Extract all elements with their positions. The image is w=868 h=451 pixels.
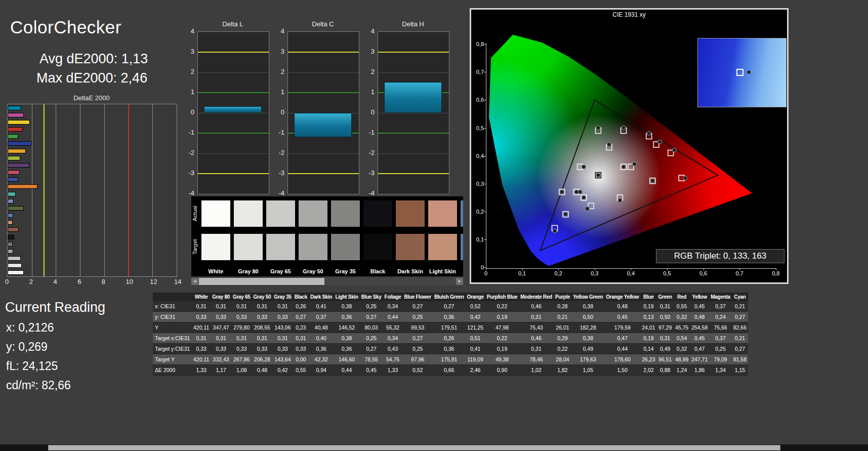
table-cell: 0,31 [231,301,252,312]
axis-tick-label: 2 [281,68,284,75]
row-label: y: CIE31 [153,312,192,322]
scroll-left-button[interactable]: ◄ [191,278,198,285]
axis-tick-label: -4 [188,189,194,197]
table-cell: 0,94 [309,365,334,376]
axis-tick-label: 14 [174,278,181,285]
table-cell: 0,52 [466,301,485,312]
table-cell: 0,45 [360,365,383,376]
column-header: Moderate Red [519,293,554,301]
swatch-scrollbar[interactable]: ◄ ► [191,278,463,285]
column-header: Purple [554,293,571,301]
measured-marker [658,140,662,144]
swatch-actual [428,200,457,227]
deltae-bar [8,249,13,254]
table-cell: 0,54 [674,333,690,344]
column-header: Gray 65 [231,293,252,301]
table-cell: 0,37 [709,301,731,312]
table-cell: 121,25 [466,322,485,333]
measured-marker [622,165,626,169]
table-cell: 42,32 [309,354,334,365]
table-cell: 0,25 [360,333,383,344]
table-cell: 0,27 [360,344,383,354]
table-cell: 279,80 [231,322,252,333]
delta-c-title: Delta C [287,20,358,28]
table-cell: 0,36 [433,344,466,354]
swatch-name: Black [363,268,392,274]
table-cell: 0,31 [519,344,554,354]
table-cell: 75,43 [519,322,554,333]
deltae-bar [8,235,14,239]
table-cell: 96,51 [656,354,673,365]
window-horizontal-scrollbar[interactable] [0,444,868,451]
table-header-row: WhiteGray 80Gray 65Gray 50Gray 35BlackDa… [153,293,748,301]
column-header: Gray 35 [272,293,293,301]
table-cell: 0,21 [732,301,748,312]
table-cell: 0,66 [433,365,466,376]
axis-tick-label: 4 [281,27,284,35]
axis-tick-label: 0,8 [769,270,782,276]
swatch-target [396,234,425,260]
table-cell: 267,86 [231,354,252,365]
table-cell: 0,47 [690,344,709,354]
table-cell: 0,47 [604,333,640,344]
table-cell: 0,31 [211,301,231,312]
table-cell: 0,33 [211,312,231,322]
table-cell: 0,23 [293,322,309,333]
table-cell: 1,15 [732,365,748,376]
table-cell: 0,19 [640,301,656,312]
table-cell: 0,31 [272,333,293,344]
axis-tick-label: 6 [77,278,81,285]
axis-tick [484,44,486,45]
reading-y: y: 0,269 [6,340,48,354]
reading-fl: fL: 24,125 [6,359,58,373]
table-cell: 0,21 [554,312,571,322]
reference-line [198,133,269,134]
measured-marker [647,132,651,136]
table-cell: 0,42 [272,365,293,376]
axis-tick [484,128,486,129]
table-cell: 79,09 [709,354,731,365]
table-cell: 0,49 [571,344,604,354]
deltae-bar [8,242,13,247]
axis-tick-label: 1 [281,88,284,96]
axis-tick-label: 8 [102,278,105,285]
column-header: Orange Yellow [604,293,640,301]
axis-tick [484,184,486,184]
table-row: ΔE 20001,331,171,080,480,420,550,940,440… [153,365,748,376]
table-cell: 1,82 [554,365,571,376]
swatch-scrollbar-thumb[interactable] [199,278,324,285]
axis-tick-label: 0,5 [471,125,484,131]
cie-1931-diagram: CIE 1931 xy RGB Triplet: 0, 133, 163 00,… [470,8,789,284]
table-cell: 0,31 [192,333,211,344]
swatch-name: Gray 80 [234,268,263,274]
measured-marker [585,207,589,211]
measured-marker [582,165,586,169]
axis-tick-label: 0 [5,278,9,285]
axis-tick [631,268,631,270]
measured-marker [553,229,557,233]
swatch-actual [201,200,230,227]
actual-row-label: Actual [192,200,199,227]
hscroll-thumb[interactable] [48,445,780,450]
table-cell: 0,31 [656,301,673,312]
table-cell: 0,31 [192,301,211,312]
table-cell: 0,45 [690,301,709,312]
row-label: x: CIE31 [153,301,192,312]
table-cell: 47,98 [485,322,519,333]
axis-tick-label: 0 [479,270,492,276]
deltae2000-chart-title: DeltaE 2000 [7,94,176,102]
table-cell: 0,28 [554,301,571,312]
scroll-right-button[interactable]: ► [456,278,463,285]
table-cell: 143,64 [272,354,293,365]
deltae-bar [8,206,24,211]
axis-tick-label: 4 [53,278,57,285]
table-cell: 0,25 [403,344,433,354]
axis-tick-label: 0 [371,108,375,116]
table-cell: 420,11 [192,354,211,365]
gamut-triangle [540,100,718,251]
deltae-bar [8,227,19,232]
table-cell: 75,66 [709,322,731,333]
swatch-name: Light Skin [428,268,457,274]
table-cell: 0,38 [334,301,359,312]
table-cell: 0,36 [309,344,334,354]
